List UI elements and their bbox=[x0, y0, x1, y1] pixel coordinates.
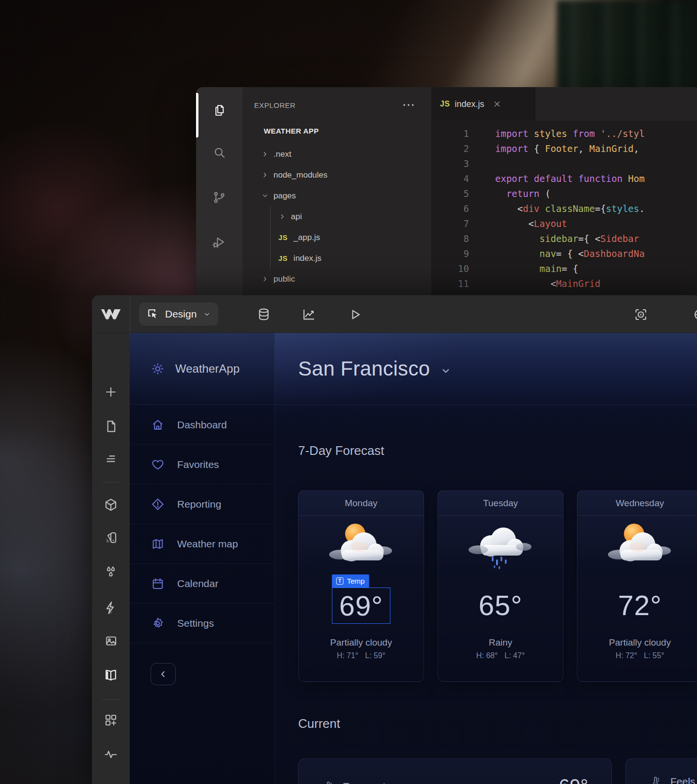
high-low-label: H: 71°L: 59° bbox=[299, 651, 424, 660]
designer-left-rail bbox=[92, 333, 130, 784]
activity-source-control-icon[interactable] bbox=[196, 183, 242, 212]
high-low-label: H: 72°L: 55° bbox=[577, 651, 697, 660]
sidebar-item-reporting[interactable]: Reporting bbox=[130, 484, 274, 524]
activity-search-icon[interactable] bbox=[196, 138, 242, 167]
more-actions-icon[interactable] bbox=[401, 99, 416, 111]
forecast-day-label: Monday bbox=[299, 491, 424, 516]
current-metric-value: 69° bbox=[559, 775, 589, 784]
toolbar-database-icon[interactable] bbox=[256, 307, 272, 322]
rail-page-icon[interactable] bbox=[92, 418, 130, 435]
forecast-card-tuesday[interactable]: Tuesday 65° Rainy H: 68°L: 47° bbox=[438, 490, 563, 682]
rail-divider bbox=[102, 699, 120, 700]
toolbar-circle-icon[interactable] bbox=[692, 307, 697, 322]
js-file-icon: JS bbox=[278, 233, 288, 241]
rail-bolt-icon[interactable] bbox=[92, 600, 130, 616]
report-icon bbox=[151, 498, 165, 511]
tab-index-js[interactable]: JS index.js bbox=[431, 87, 535, 121]
tree-item-label: pages bbox=[273, 191, 296, 201]
activity-debug-icon[interactable] bbox=[196, 227, 242, 256]
brand-label: WeatherApp bbox=[175, 362, 240, 376]
file-tree: .nextnode_modulespagesapiJS_app.jsJSinde… bbox=[242, 144, 431, 289]
tab-label: index.js bbox=[455, 99, 485, 109]
toolbar-play-icon[interactable] bbox=[347, 307, 363, 322]
select-cursor-icon bbox=[146, 307, 160, 321]
line-number: 4 bbox=[431, 173, 469, 188]
chevron-down-icon bbox=[261, 192, 269, 200]
chevron-right-icon bbox=[278, 213, 286, 221]
text-element-icon: T bbox=[336, 577, 344, 585]
chevron-left-icon bbox=[158, 669, 168, 679]
current-card-temperature[interactable]: Temperature 69° bbox=[298, 758, 612, 784]
chevron-right-icon bbox=[261, 151, 269, 158]
code-line: 5 return ( bbox=[431, 188, 697, 203]
code-line: 11 <MainGrid bbox=[431, 278, 697, 293]
condition-label: Rainy bbox=[438, 637, 563, 648]
weatherapp-sidebar: WeatherApp Dashboard Favorites Reporting… bbox=[130, 333, 275, 784]
line-number: 9 bbox=[431, 248, 469, 263]
tree-item--app-js[interactable]: JS_app.js bbox=[242, 227, 431, 248]
condition-label: Partially cloudy bbox=[299, 637, 424, 648]
design-mode-button[interactable]: Design bbox=[139, 302, 218, 326]
webflow-logo-icon[interactable] bbox=[92, 295, 130, 333]
forecast-temp: 72° bbox=[611, 588, 669, 623]
rail-pulse-icon[interactable] bbox=[92, 746, 130, 762]
sidebar-item-dashboard[interactable]: Dashboard bbox=[130, 405, 274, 445]
high-low-label: H: 68°L: 47° bbox=[438, 651, 563, 660]
rail-plus-icon[interactable] bbox=[92, 384, 130, 400]
line-number: 1 bbox=[431, 128, 469, 143]
js-file-icon: JS bbox=[440, 100, 450, 108]
current-section-title: Current bbox=[298, 716, 340, 731]
sidebar-item-label: Dashboard bbox=[177, 419, 227, 431]
tree-item-pages[interactable]: pages bbox=[242, 185, 431, 206]
tree-item-api[interactable]: api bbox=[242, 206, 431, 227]
close-tab-icon[interactable] bbox=[492, 99, 502, 109]
sun-cloud-icon bbox=[324, 519, 398, 572]
toolbar-line-chart-icon[interactable] bbox=[301, 307, 317, 322]
forecast-card-wednesday[interactable]: Wednesday 72° Partially cloudy H: 72°L: … bbox=[577, 490, 697, 682]
project-name[interactable]: WEATHER APP bbox=[264, 127, 319, 135]
current-metric-label: Feels like bbox=[670, 776, 697, 784]
explorer-title: EXPLORER bbox=[254, 101, 296, 109]
sidebar-collapse-button[interactable] bbox=[151, 663, 176, 685]
tree-item-node-modules[interactable]: node_modules bbox=[242, 165, 431, 185]
toolbar-focus-icon[interactable] bbox=[633, 307, 649, 322]
rail-apps-icon[interactable] bbox=[92, 712, 130, 728]
tree-item-label: index.js bbox=[293, 254, 321, 263]
sidebar-item-settings[interactable]: Settings bbox=[130, 603, 274, 643]
sidebar-item-favorites[interactable]: Favorites bbox=[130, 445, 274, 484]
weatherapp-brand[interactable]: WeatherApp bbox=[130, 333, 274, 405]
line-number: 8 bbox=[431, 233, 469, 248]
chevron-right-icon bbox=[261, 275, 269, 283]
tree-item-public[interactable]: public bbox=[242, 269, 431, 289]
designer-toolbar: Design bbox=[92, 295, 697, 333]
calendar-icon bbox=[151, 577, 165, 590]
selection-badge-label: Temp bbox=[347, 577, 365, 585]
line-number: 10 bbox=[431, 263, 469, 278]
current-metric-label: Temperature bbox=[343, 781, 400, 784]
tree-item-label: public bbox=[273, 274, 295, 284]
sidebar-item-calendar[interactable]: Calendar bbox=[130, 564, 274, 603]
rail-cube-icon[interactable] bbox=[92, 497, 130, 513]
design-canvas: WeatherApp Dashboard Favorites Reporting… bbox=[130, 333, 697, 784]
sidebar-item-label: Reporting bbox=[177, 498, 221, 510]
rail-droplets-icon[interactable] bbox=[92, 563, 130, 580]
line-number: 5 bbox=[431, 188, 469, 203]
forecast-temp: 65° bbox=[472, 588, 530, 623]
forecast-card-monday[interactable]: Monday TTemp69° Partially cloudy H: 71°L… bbox=[298, 490, 424, 682]
city-selector[interactable]: San Francisco bbox=[298, 357, 451, 380]
rail-layers-icon[interactable] bbox=[92, 451, 130, 467]
design-mode-label: Design bbox=[165, 308, 197, 320]
activity-files-icon[interactable] bbox=[196, 96, 242, 125]
temperature-value: 72° bbox=[611, 588, 669, 623]
js-file-icon: JS bbox=[278, 254, 288, 262]
rail-swatches-icon[interactable] bbox=[92, 529, 130, 546]
rail-book-icon[interactable] bbox=[92, 667, 130, 683]
tree-item-index-js[interactable]: JSindex.js bbox=[242, 248, 431, 269]
forecast-temp-selected[interactable]: TTemp69° bbox=[332, 588, 391, 624]
code-line: 6 <div className={styles. bbox=[431, 203, 697, 218]
rail-image-icon[interactable] bbox=[92, 633, 130, 649]
tree-item--next[interactable]: .next bbox=[242, 144, 431, 165]
sidebar-item-weather-map[interactable]: Weather map bbox=[130, 524, 274, 564]
line-number: 6 bbox=[431, 203, 469, 218]
current-card-feels-like[interactable]: Feels like bbox=[625, 758, 697, 784]
